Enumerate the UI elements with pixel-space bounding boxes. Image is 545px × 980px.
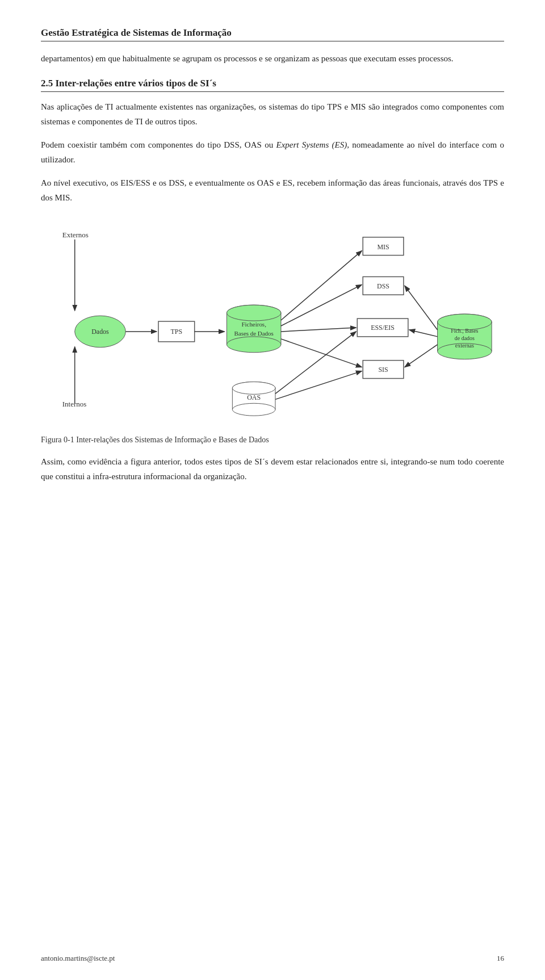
svg-line-34 — [405, 286, 438, 330]
fich-bases-label2: de dados — [455, 335, 475, 341]
section-heading: 2.5 Inter-relações entre vários tipos de… — [41, 78, 504, 92]
diagram-area: Externos Internos Dados TPS — [41, 221, 504, 425]
fich-bases-label3: externas — [455, 342, 474, 349]
svg-point-11 — [227, 305, 281, 321]
figure-caption: Figura 0-1 Inter-relações dos Sistemas d… — [41, 435, 504, 445]
footer-page-number: 16 — [497, 954, 504, 963]
page-title: Gestão Estratégica de Sistemas de Inform… — [41, 27, 504, 41]
svg-line-33 — [275, 371, 362, 400]
svg-line-36 — [405, 345, 438, 367]
svg-point-20 — [232, 403, 275, 416]
svg-point-21 — [232, 382, 275, 394]
svg-line-31 — [281, 339, 362, 367]
diagram-svg: Externos Internos Dados TPS — [41, 221, 504, 425]
fich-bases-label1: Fich., Bases — [451, 328, 478, 334]
ess-eis-node: ESS/EIS — [371, 324, 395, 332]
footer: antonio.martins@iscte.pt 16 — [41, 954, 504, 963]
svg-line-29 — [281, 284, 362, 326]
body-paragraph-1: Nas aplicações de TI actualmente existen… — [41, 100, 504, 129]
sis-node: SIS — [378, 366, 388, 374]
page: Gestão Estratégica de Sistemas de Inform… — [0, 0, 545, 980]
body-paragraph-3: Ao nível executivo, os EIS/ESS e os DSS,… — [41, 176, 504, 205]
svg-line-35 — [409, 330, 438, 337]
mis-node: MIS — [377, 243, 389, 251]
tps-node: TPS — [171, 328, 183, 336]
dss-node: DSS — [377, 282, 389, 290]
externos-label: Externos — [62, 231, 89, 239]
body-paragraph-2: Podem coexistir também com componentes d… — [41, 138, 504, 167]
svg-point-10 — [227, 337, 281, 353]
ficheiros-label1: Ficheiros, — [241, 321, 266, 328]
body-paragraph-4: Assim, como evidência a figura anterior,… — [41, 455, 504, 484]
footer-email: antonio.martins@iscte.pt — [41, 954, 115, 963]
dados-node: Dados — [91, 328, 109, 336]
intro-paragraph: departamentos) em que habitualmente se a… — [41, 52, 504, 65]
svg-line-30 — [281, 328, 356, 332]
svg-line-28 — [281, 251, 362, 320]
ficheiros-label2: Bases de Dados — [234, 330, 274, 337]
oas-node: OAS — [247, 393, 261, 401]
